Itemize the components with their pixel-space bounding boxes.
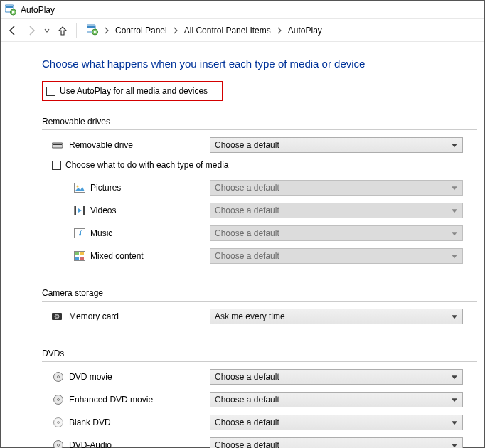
disc-icon [52,439,65,448]
disc-icon [52,371,65,383]
window: AutoPlay Control Panel [0,0,485,448]
separator [42,129,477,130]
row-videos: Videos Choose a default [73,203,477,218]
autoplay-icon [5,4,16,16]
memory-card-icon [52,311,65,322]
breadcrumb-item[interactable]: AutoPlay [287,26,324,36]
svg-rect-4 [87,26,95,28]
content-area: Choose what happens when you insert each… [1,42,484,448]
section-title-removable: Removable drives [42,117,477,127]
choose-each-label: Choose what to do with each type of medi… [65,160,228,170]
mixed-content-icon [73,250,86,262]
row-label: Music [90,228,210,238]
section-title-dvds: DVDs [42,348,477,358]
window-title: AutoPlay [21,5,55,15]
svg-point-21 [56,316,58,317]
row-enhanced-dvd: Enhanced DVD movie Choose a default [52,392,477,407]
row-label: Videos [90,206,210,215]
svg-rect-18 [80,257,84,260]
svg-point-23 [58,376,60,378]
row-removable-drive: Removable drive Choose a default [52,137,477,153]
row-label: Memory card [69,311,210,321]
select-music: Choose a default [210,225,463,241]
disc-icon [52,394,65,405]
svg-rect-17 [75,257,79,260]
row-label: Mixed content [90,251,210,261]
row-label: Enhanced DVD movie [69,395,210,405]
music-icon [73,228,86,239]
svg-point-27 [58,422,60,424]
svg-rect-7 [53,144,62,145]
pictures-icon [73,182,86,193]
row-label: Pictures [90,183,210,193]
svg-point-25 [58,399,60,401]
back-button[interactable] [6,24,19,37]
use-all-checkbox[interactable] [46,87,55,96]
navbar: Control Panel All Control Panel Items Au… [1,19,484,42]
up-button[interactable] [56,24,69,37]
select-memory-card[interactable]: Ask me every time [210,309,463,324]
chevron-right-icon[interactable] [277,26,282,35]
titlebar: AutoPlay [1,1,484,19]
highlighted-option: Use AutoPlay for all media and devices [42,81,223,101]
select-dvd-movie[interactable]: Choose a default [210,369,463,385]
row-pictures: Pictures Choose a default [73,180,477,196]
svg-rect-16 [80,252,84,255]
removable-drive-icon [52,139,65,151]
row-dvd-movie: DVD movie Choose a default [52,369,477,385]
select-removable-drive[interactable]: Choose a default [210,137,463,153]
chevron-right-icon[interactable] [104,26,110,35]
page-title: Choose what happens when you insert each… [42,58,477,70]
address-bar[interactable]: Control Panel All Control Panel Items Au… [84,22,479,39]
select-dvd-audio[interactable]: Choose a default [210,437,463,448]
svg-rect-1 [6,6,13,8]
row-label: DVD movie [69,372,210,382]
separator [42,301,477,302]
row-mixed: Mixed content Choose a default [73,248,477,264]
svg-rect-13 [75,229,85,238]
svg-point-9 [77,186,79,188]
forward-button[interactable] [25,24,38,37]
row-memory-card: Memory card Ask me every time [52,309,477,324]
recent-locations-button[interactable] [43,24,50,37]
svg-rect-15 [75,252,79,255]
row-blank-dvd: Blank DVD Choose a default [52,415,477,430]
row-music: Music Choose a default [73,225,477,241]
row-label: Blank DVD [69,417,210,427]
svg-point-29 [58,444,60,447]
svg-rect-11 [75,206,76,215]
use-all-label: Use AutoPlay for all media and devices [60,86,208,96]
row-dvd-audio: DVD-Audio Choose a default [52,437,477,448]
select-videos: Choose a default [210,203,463,218]
row-label: Removable drive [69,140,210,150]
videos-icon [73,205,86,216]
autoplay-icon [87,24,100,37]
breadcrumb-item[interactable]: All Control Panel Items [183,26,272,36]
section-title-camera: Camera storage [42,288,477,298]
disc-icon [52,417,65,428]
select-enhanced-dvd[interactable]: Choose a default [210,392,463,407]
select-blank-dvd[interactable]: Choose a default [210,415,463,430]
svg-rect-12 [83,206,85,215]
row-label: DVD-Audio [69,440,210,448]
choose-each-checkbox[interactable] [52,161,61,170]
separator [42,361,477,362]
chevron-right-icon[interactable] [173,26,178,35]
select-mixed: Choose a default [210,248,463,264]
breadcrumb-item[interactable]: Control Panel [114,26,169,36]
select-pictures: Choose a default [210,180,463,196]
divider [76,23,77,38]
row-choose-each: Choose what to do with each type of medi… [52,160,477,170]
